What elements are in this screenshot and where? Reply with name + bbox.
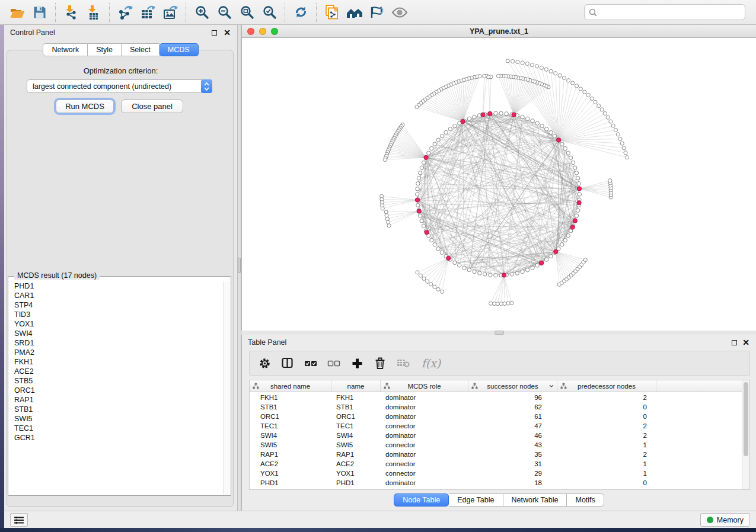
column-header-name[interactable]: name (331, 380, 381, 392)
mcds-result-item[interactable]: STB5 (9, 376, 223, 386)
apply-layout-button[interactable] (289, 2, 312, 23)
mcds-result-item[interactable]: ACE2 (9, 367, 223, 376)
vertical-splitter[interactable] (237, 25, 241, 511)
table-row[interactable]: ACE2ACE2connector311 (250, 459, 742, 469)
mcds-result-item[interactable]: GCR1 (9, 433, 223, 443)
zoom-selected-button[interactable] (258, 2, 280, 23)
splitter-handle[interactable] (238, 258, 241, 273)
search-input[interactable] (601, 8, 741, 17)
table-row[interactable]: SWI5SWI5connector431 (250, 440, 742, 450)
open-file-button[interactable] (6, 2, 28, 23)
mcds-result-item[interactable]: TID3 (9, 310, 223, 319)
zoom-fit-button[interactable] (235, 2, 258, 23)
splitter-handle[interactable] (495, 331, 504, 335)
mcds-list-scrollbar[interactable] (223, 281, 230, 495)
table-row[interactable]: RAP1RAP1dominator352 (250, 450, 742, 459)
table-cell: 62 (468, 402, 557, 412)
close-icon: ✕ (224, 30, 231, 36)
mcds-result-item[interactable]: YOX1 (9, 319, 223, 329)
show-graphics-details-button[interactable] (388, 2, 411, 23)
memory-button[interactable]: Memory (700, 513, 750, 527)
column-header-MCDS-role[interactable]: MCDS role (381, 380, 468, 392)
zoom-out-button[interactable] (213, 2, 235, 23)
tab-edge-table[interactable]: Edge Table (449, 493, 503, 507)
table-options-button[interactable] (256, 354, 273, 373)
mcds-result-item[interactable]: PMA2 (9, 348, 223, 357)
table-cell: ORC1 (250, 412, 331, 421)
hide-graphics-details-button[interactable] (366, 2, 388, 23)
mcds-result-item[interactable]: SRD1 (9, 338, 223, 348)
table-panel-title: Table Panel (248, 338, 286, 347)
mcds-result-item[interactable]: SWI4 (9, 329, 223, 338)
export-network-button[interactable] (114, 2, 136, 23)
table-cell: 2 (557, 431, 656, 440)
network-graph[interactable] (242, 38, 756, 331)
table-cell: YOX1 (331, 469, 381, 478)
mcds-result-item[interactable]: CAR1 (9, 291, 223, 300)
mcds-result-list[interactable]: PHD1CAR1STP4TID3YOX1SWI4SRD1PMA2FKH1ACE2… (9, 281, 223, 495)
mcds-result-item[interactable]: STB1 (9, 405, 223, 414)
tab-select[interactable]: Select (122, 43, 160, 56)
add-column-button[interactable] (348, 354, 366, 373)
run-mcds-button[interactable]: Run MCDS (56, 100, 114, 113)
horizontal-splitter[interactable] (241, 331, 756, 335)
column-header-shared-name[interactable]: shared name (250, 380, 331, 392)
table-row[interactable]: ORC1ORC1dominator610 (250, 412, 742, 421)
show-task-history-button[interactable] (10, 513, 28, 527)
function-builder-button[interactable]: f(x) (417, 354, 445, 373)
float-table-panel-button[interactable] (730, 338, 738, 347)
search-field[interactable] (584, 4, 745, 20)
tab-style[interactable]: Style (88, 43, 122, 56)
tab-node-table[interactable]: Node Table (394, 493, 449, 507)
criterion-dropdown[interactable]: largest connected component (undirected) (27, 79, 212, 93)
close-panel-action-button[interactable]: Close panel (121, 100, 183, 113)
clone-network-button[interactable] (321, 2, 343, 23)
export-network-icon (117, 5, 133, 20)
close-panel-button[interactable]: ✕ (223, 28, 231, 37)
network-canvas[interactable] (242, 38, 756, 331)
float-panel-button[interactable] (210, 28, 218, 37)
zoom-in-button[interactable] (190, 2, 213, 23)
mcds-result-item[interactable]: SWI5 (9, 414, 223, 424)
column-header-predecessor-nodes[interactable]: predecessor nodes (557, 380, 656, 392)
column-header-successor-nodes[interactable]: successor nodes (468, 380, 557, 392)
table-cell: dominator (381, 393, 468, 402)
first-neighbors-button[interactable] (343, 2, 366, 23)
tab-motifs[interactable]: Motifs (567, 493, 604, 507)
homes-icon (346, 5, 363, 20)
mcds-result-item[interactable]: ORC1 (9, 386, 223, 395)
column-label: shared name (270, 383, 310, 390)
mcds-result-item[interactable]: TEC1 (9, 424, 223, 433)
network-titlebar[interactable]: YPA_prune.txt_1 (242, 25, 756, 38)
export-table-button[interactable] (136, 2, 159, 23)
table-scrollbar[interactable] (742, 380, 749, 489)
table-row[interactable]: YOX1YOX1connector291 (250, 469, 742, 478)
delete-table-button[interactable] (394, 354, 412, 373)
table-row[interactable]: TEC1TEC1connector472 (250, 421, 742, 431)
close-table-panel-button[interactable]: ✕ (742, 338, 750, 347)
export-image-button[interactable] (159, 2, 181, 23)
tab-network[interactable]: Network (43, 43, 88, 56)
save-session-button[interactable] (28, 2, 51, 23)
chevron-up-icon (204, 82, 209, 86)
table-row[interactable]: PHD1PHD1dominator180 (250, 478, 742, 488)
tab-mcds[interactable]: MCDS (160, 43, 199, 56)
mcds-result-item[interactable]: RAP1 (9, 395, 223, 405)
mcds-result-item[interactable]: FKH1 (9, 357, 223, 367)
table-row[interactable]: SWI4SWI4dominator462 (250, 431, 742, 440)
delete-column-button[interactable] (371, 354, 389, 373)
mcds-result-item[interactable]: STP4 (9, 300, 223, 310)
table-cell: PHD1 (250, 478, 331, 488)
toolbar-separator (285, 3, 285, 22)
import-table-button[interactable] (82, 2, 105, 23)
tab-network-table[interactable]: Network Table (503, 493, 567, 507)
mcds-result-item[interactable]: PHD1 (9, 281, 223, 291)
deselect-all-button[interactable] (325, 354, 343, 373)
save-icon (33, 5, 47, 20)
select-all-button[interactable] (302, 354, 320, 373)
scrollbar-thumb[interactable] (744, 382, 748, 456)
table-row[interactable]: FKH1FKH1dominator962 (250, 393, 742, 402)
table-row[interactable]: STB1STB1dominator620 (250, 402, 742, 412)
column-options-button[interactable] (279, 354, 296, 373)
import-network-button[interactable] (60, 2, 82, 23)
